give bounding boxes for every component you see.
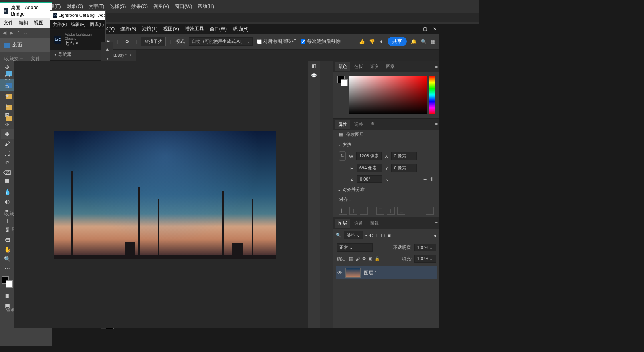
edit-toolbar[interactable]: ⋯ <box>1 264 14 273</box>
tab-gradients[interactable]: 渐变 <box>367 62 382 71</box>
thumbs-down-icon[interactable]: 👎 <box>369 39 375 44</box>
remove-stroke-checkbox[interactable] <box>301 39 305 44</box>
lr-nav-head[interactable]: ▾ 导航器 <box>50 50 105 60</box>
align-left-icon[interactable]: ▏ <box>339 207 347 215</box>
panel-menu-icon[interactable]: ≡ <box>435 221 438 225</box>
window-close-icon[interactable]: ✕ <box>433 26 437 32</box>
ai-menu-select[interactable]: 选择(S) <box>110 3 126 10</box>
filter-shape-icon[interactable]: ▢ <box>381 233 385 238</box>
remove-stroke-check[interactable]: 每次笔触后移除 <box>301 38 341 45</box>
bridge-menu-view[interactable]: 视图 <box>34 20 44 26</box>
spot-heal-tool[interactable]: ✚ <box>1 129 14 139</box>
adjustments-icon[interactable]: ◧ <box>312 63 316 69</box>
search-icon[interactable]: 🔍 <box>336 233 341 238</box>
bridge-menubar[interactable]: 文件 编辑 视图 <box>0 18 52 28</box>
move-tool[interactable]: ✥ <box>1 62 14 72</box>
lr-menu-edit[interactable]: 编辑(E) <box>71 22 86 28</box>
ai-menu-type[interactable]: 文字(T) <box>89 3 104 10</box>
pen-tool[interactable]: ✒ <box>1 206 14 216</box>
ai-menu-window[interactable]: 窗口(W) <box>175 3 192 10</box>
blur-tool[interactable]: 💧 <box>1 187 14 197</box>
tab-paths[interactable]: 路径 <box>367 219 382 228</box>
align-vcenter-icon[interactable]: ┼ <box>387 207 395 215</box>
workspace-icon[interactable]: ▦ <box>431 39 435 44</box>
gear-icon[interactable]: ⚙ <box>122 37 132 46</box>
dropdown-icon[interactable]: ⌄ <box>386 177 389 182</box>
bridge-menu-file[interactable]: 文件 <box>4 20 13 26</box>
ai-selection-tool[interactable]: ▴ <box>101 44 113 54</box>
bg-swatch[interactable] <box>341 79 348 86</box>
marquee-tool[interactable]: ⬚ <box>1 72 14 82</box>
frame-tool[interactable]: ⊠ <box>1 110 14 120</box>
lock-brush-icon[interactable]: 🖌 <box>355 257 360 261</box>
tab-adjust[interactable]: 调整 <box>351 120 366 129</box>
align-top-icon[interactable]: ▔ <box>376 207 384 215</box>
flip-v-icon[interactable]: ⥮ <box>430 177 434 182</box>
y-field[interactable]: 0 像素 <box>391 164 417 172</box>
align-right-icon[interactable]: ▕ <box>360 207 368 215</box>
ai-menu-object[interactable]: 对象(O) <box>67 3 83 10</box>
lr-menu-library[interactable]: 图库(L) <box>90 22 104 28</box>
more-icon[interactable]: ⋯ <box>426 207 434 215</box>
type-tool[interactable]: T <box>1 216 14 225</box>
panel-menu-icon[interactable]: ≡ <box>435 122 438 127</box>
lock-artboard-icon[interactable]: ▣ <box>368 256 372 261</box>
ps-menu-help[interactable]: 帮助(H) <box>232 26 249 32</box>
color-field[interactable] <box>349 76 427 114</box>
bridge-menu-edit[interactable]: 编辑 <box>19 20 28 26</box>
angle-field[interactable]: 0.00° <box>357 175 382 183</box>
zoom-tool[interactable]: 🔍 <box>1 254 14 264</box>
align-head[interactable]: ⌄ 对齐并分布 <box>333 184 439 195</box>
x-field[interactable]: 0 像素 <box>391 152 417 160</box>
background-swatch[interactable] <box>6 280 13 288</box>
ai-menu-effect[interactable]: 效果(C) <box>131 3 148 10</box>
ps-menu-window[interactable]: 窗口(W) <box>210 26 227 32</box>
opacity-field[interactable]: 100% ⌄ <box>414 244 436 251</box>
quickmask-tool[interactable]: ◙ <box>1 291 14 300</box>
layer-thumb[interactable] <box>345 268 361 278</box>
lock-pixels-icon[interactable]: ▦ <box>349 256 353 261</box>
nav-up-icon[interactable]: ⌃ <box>16 30 20 36</box>
tab-patterns[interactable]: 图案 <box>383 62 398 71</box>
filter-toggle[interactable]: ● <box>434 233 437 238</box>
panel-menu-icon[interactable]: ≡ <box>435 64 438 69</box>
bell-icon[interactable]: 🔔 <box>411 39 417 44</box>
nav-dropdown-icon[interactable]: ⌄ <box>24 30 28 36</box>
mode-select[interactable]: 自动（可能使用生成式 AI） ⌄ <box>189 37 253 46</box>
tab-libraries[interactable]: 库 <box>367 120 378 129</box>
stamp-tool[interactable]: ⛶ <box>1 149 14 158</box>
flag-icon[interactable]: ⏴ <box>379 39 384 44</box>
nav-forward-icon[interactable]: ▶ <box>10 30 13 36</box>
comments-icon[interactable]: 💬 <box>311 73 317 78</box>
tab-close-icon[interactable]: × <box>129 52 132 58</box>
ps-color-swatches[interactable] <box>2 276 13 288</box>
tab-swatches[interactable]: 色板 <box>351 62 366 71</box>
ps-menu-plugins[interactable]: 增效工具 <box>185 26 204 32</box>
layer-row[interactable]: 👁 图层 1 <box>336 266 437 279</box>
lock-all-icon[interactable]: 🔒 <box>375 256 380 261</box>
lr-menubar[interactable]: 文件(F) 编辑(E) 图库(L) 照 <box>50 20 105 29</box>
lock-move-icon[interactable]: ✥ <box>362 256 366 261</box>
ps-canvas-area[interactable] <box>14 61 308 328</box>
history-brush-tool[interactable]: ↶ <box>1 158 14 168</box>
thumbs-up-icon[interactable]: 👍 <box>359 39 365 44</box>
search-icon[interactable]: 🔍 <box>421 39 427 44</box>
blend-select[interactable]: 正常 ⌄ <box>337 243 373 252</box>
path-select-tool[interactable]: ▴ <box>1 225 14 235</box>
crop-tool[interactable]: ⌗ <box>1 101 14 110</box>
tab-channels[interactable]: 通道 <box>351 219 366 228</box>
link-icon[interactable]: ⇅ <box>339 151 346 161</box>
color-swatches[interactable] <box>337 76 348 86</box>
window-min-icon[interactable]: — <box>412 26 417 32</box>
filter-smart-icon[interactable]: ▣ <box>387 233 391 238</box>
nav-back-icon[interactable]: ◀ <box>3 30 6 36</box>
tab-properties[interactable]: 属性 <box>335 120 350 129</box>
tab-color[interactable]: 颜色 <box>335 62 350 71</box>
brush-tool[interactable]: 🖌 <box>1 139 14 149</box>
filter-adjust-icon[interactable]: ◐ <box>369 233 373 238</box>
sample-all-check[interactable]: 对所有图层取样 <box>257 38 297 45</box>
align-hcenter-icon[interactable]: ┼ <box>349 207 357 215</box>
ps-menu-filter[interactable]: 滤镜(T) <box>142 26 157 32</box>
screenmode-tool[interactable]: ▣ <box>1 300 14 310</box>
filter-type-select[interactable]: 类型 ⌄ <box>344 231 363 239</box>
